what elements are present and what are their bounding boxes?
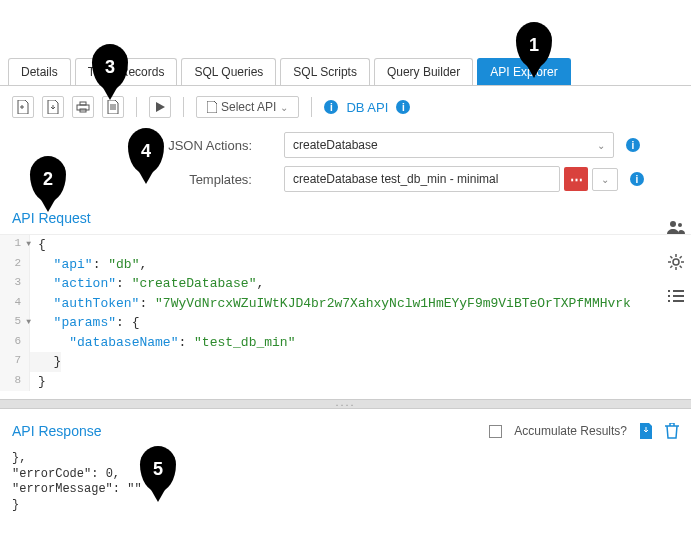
trash-icon[interactable] — [665, 423, 679, 439]
json-actions-row: JSON Actions: createDatabase ⌄ i — [0, 128, 691, 162]
templates-select[interactable]: createDatabase test_db_min - minimal — [284, 166, 560, 192]
json-actions-value: createDatabase — [293, 138, 378, 152]
right-rail — [661, 220, 691, 302]
template-action-button[interactable]: ⋯ — [564, 167, 588, 191]
info-icon[interactable]: i — [324, 100, 338, 114]
response-header: API Response Accumulate Results? — [0, 409, 691, 447]
chevron-down-icon: ⌄ — [601, 174, 609, 185]
print-icon[interactable] — [72, 96, 94, 118]
download-icon[interactable] — [639, 423, 653, 439]
svg-point-5 — [673, 259, 679, 265]
toolbar-divider — [311, 97, 312, 117]
tab-builder[interactable]: Query Builder — [374, 58, 473, 85]
gear-icon[interactable] — [668, 254, 684, 270]
play-icon[interactable] — [149, 96, 171, 118]
api-response-title: API Response — [12, 423, 102, 439]
tab-scripts[interactable]: SQL Scripts — [280, 58, 370, 85]
users-icon[interactable] — [667, 220, 685, 234]
fold-icon[interactable]: ▼ — [26, 238, 31, 250]
tab-queries[interactable]: SQL Queries — [181, 58, 276, 85]
splitter-handle[interactable] — [0, 399, 691, 409]
accumulate-label: Accumulate Results? — [514, 424, 627, 438]
response-body: }, "errorCode": 0, "errorMessage": "" } — [0, 447, 691, 517]
tab-details[interactable]: Details — [8, 58, 71, 85]
chevron-down-icon: ⌄ — [280, 102, 288, 113]
svg-rect-1 — [80, 102, 86, 105]
toolbar-divider — [136, 97, 137, 117]
svg-point-4 — [678, 223, 682, 227]
chevron-down-icon: ⌄ — [597, 140, 605, 151]
json-actions-select[interactable]: createDatabase ⌄ — [284, 132, 614, 158]
svg-point-3 — [670, 221, 676, 227]
list-icon[interactable] — [668, 290, 684, 302]
select-api-label: Select API — [221, 100, 276, 114]
new-file-icon[interactable] — [12, 96, 34, 118]
templates-dropdown-button[interactable]: ⌄ — [592, 168, 618, 191]
toolbar-divider — [183, 97, 184, 117]
fold-icon[interactable]: ▼ — [26, 316, 31, 328]
info-icon[interactable]: i — [396, 100, 410, 114]
accumulate-checkbox[interactable] — [489, 425, 502, 438]
select-api-button[interactable]: Select API ⌄ — [196, 96, 299, 118]
save-icon[interactable] — [42, 96, 64, 118]
info-icon[interactable]: i — [626, 138, 640, 152]
templates-value: createDatabase test_db_min - minimal — [293, 172, 498, 186]
templates-row: Templates: createDatabase test_db_min - … — [0, 162, 691, 196]
db-api-label: DB API — [346, 100, 388, 115]
request-editor[interactable]: 1▼{ 2 "api": "db", 3 "action": "createDa… — [0, 234, 691, 391]
info-icon[interactable]: i — [630, 172, 644, 186]
api-request-title: API Request — [0, 196, 691, 234]
